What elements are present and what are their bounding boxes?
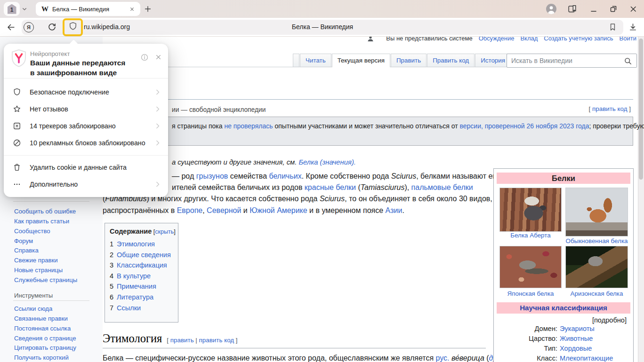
arizona-squirrel-image[interactable] — [565, 246, 628, 288]
talk-link[interactable]: Обсуждение — [479, 37, 515, 42]
tab-read[interactable]: Читать — [300, 54, 331, 67]
tab-counter-button[interactable]: 1 — [4, 2, 20, 16]
toc-link-etymology[interactable]: Этимология — [117, 240, 155, 248]
inline-link[interactable]: Европе — [177, 206, 203, 214]
ads-blocked-item[interactable]: 10 рекламных блоков заблокировано — [4, 134, 168, 151]
url-text[interactable]: ru.wikipedia.org — [84, 23, 130, 31]
create-account-link[interactable]: Создать учётную запись — [544, 37, 613, 42]
more-options-item[interactable]: Дополнительно — [4, 176, 168, 193]
trackers-blocked-item[interactable]: 14 трекеров заблокировано — [4, 118, 168, 134]
toc-hide-link[interactable]: скрыть — [155, 228, 174, 235]
reviews-item[interactable]: Нет отзывов — [4, 101, 168, 118]
caption-arizona[interactable]: Аризонская белка — [565, 290, 628, 297]
sidebar-forum[interactable]: Форум — [14, 237, 33, 244]
red-squirrel-image[interactable] — [565, 188, 628, 236]
toc-link-links[interactable]: Ссылки — [117, 304, 141, 312]
caption-abert[interactable]: Белка Аберта — [499, 232, 562, 239]
tab-history[interactable]: История — [475, 54, 511, 67]
sidebar-community[interactable]: Сообщество — [14, 228, 50, 235]
side-panel-icon[interactable] — [567, 4, 577, 14]
close-window-button[interactable] — [628, 4, 638, 14]
taxo-value-link[interactable]: Млекопитающие — [560, 354, 613, 362]
toc-link-classification[interactable]: Классификация — [117, 261, 167, 269]
taxobox: Белки Белка Аберта Обыкновенная белка Яп… — [493, 168, 634, 362]
login-link[interactable]: Войти — [620, 37, 636, 42]
search-icon[interactable] — [623, 56, 633, 66]
inline-link[interactable]: Азии — [386, 206, 402, 214]
page-scrollbar[interactable] — [638, 37, 644, 362]
tab-close-icon[interactable] — [129, 6, 136, 13]
sidebar-special-pages[interactable]: Служебные страницы — [14, 276, 77, 283]
sidebar-cite-page[interactable]: Цитировать страницу — [14, 344, 76, 351]
scrollbar-thumb[interactable] — [639, 39, 643, 180]
popup-close-icon[interactable] — [154, 53, 162, 63]
tab-strip: 1 W Белка — Википедия — [0, 0, 644, 18]
delete-cookies-item[interactable]: Удалить cookie и данные сайта — [4, 159, 168, 176]
caption-japanese[interactable]: Японская белка — [499, 290, 562, 297]
sidebar-how-to-edit[interactable]: Как править статьи — [14, 218, 69, 225]
sidebar-permanent-link[interactable]: Постоянная ссылка — [14, 325, 71, 332]
inline-link[interactable]: красные белки — [305, 183, 356, 191]
taxo-value-link[interactable]: Животные — [560, 335, 593, 342]
inline-link[interactable]: версии, проверенной 26 ноября 2023 года — [459, 122, 589, 130]
sidebar-help[interactable]: Справка — [14, 247, 39, 254]
inline-link[interactable]: грызунов — [196, 172, 228, 180]
browser-window: 1 W Белка — Википедия — [0, 0, 644, 362]
abert-squirrel-image[interactable] — [499, 188, 562, 232]
toc-link-culture[interactable]: В культуре — [117, 272, 151, 280]
japanese-squirrel-image[interactable] — [499, 246, 562, 288]
tab-edit-source[interactable]: Править код — [427, 54, 475, 67]
tab-edit[interactable]: Править — [391, 54, 427, 67]
tab-list-chevron-icon[interactable] — [21, 5, 28, 13]
toc-link-literature[interactable]: Литература — [117, 293, 153, 301]
tab-current-version[interactable]: Текущая версия — [332, 54, 390, 67]
sidebar-report-error[interactable]: Сообщить об ошибке — [14, 208, 76, 215]
site-subtitle: ии — свободной энциклопедии — [172, 106, 266, 113]
toc-item: 1Этимология — [110, 239, 174, 250]
classification-header[interactable]: Научная классификация — [497, 302, 630, 314]
download-icon[interactable] — [628, 22, 638, 32]
address-bar[interactable]: ru.wikipedia.org Белка — Википедия — [22, 20, 623, 35]
details-link[interactable]: [подробно] — [592, 316, 627, 324]
info-icon[interactable] — [140, 53, 149, 63]
sidebar-what-links-here[interactable]: Ссылки сюда — [14, 305, 52, 312]
inline-link[interactable]: Южной Америке — [250, 206, 307, 214]
sidebar-short-url[interactable]: Получить короткий — [14, 354, 69, 361]
taxo-value-link[interactable]: Хордовые — [560, 345, 592, 352]
inline-link[interactable]: пальмовые белки — [411, 183, 473, 191]
sidebar-related-changes[interactable]: Связанные правки — [14, 315, 68, 322]
browser-tab[interactable]: W Белка — Википедия — [36, 2, 140, 16]
contributions-link[interactable]: Вклад — [520, 37, 538, 42]
refresh-icon[interactable] — [47, 22, 57, 32]
edit-source-link[interactable]: править код — [199, 337, 234, 344]
inline-link[interactable]: Северной — [207, 206, 241, 214]
caption-red-squirrel[interactable]: Обыкновенная белка — [565, 237, 628, 244]
secure-connection-item[interactable]: Безопасное подключение — [4, 84, 168, 101]
edit-link[interactable]: править — [170, 337, 194, 344]
shield-icon[interactable] — [68, 21, 78, 33]
sidebar-new-pages[interactable]: Новые страницы — [14, 267, 63, 274]
profile-avatar[interactable] — [546, 4, 556, 14]
wiki-search-box[interactable] — [507, 54, 637, 68]
inline-text: а существуют и другие значения, см. — [172, 158, 298, 166]
search-input[interactable] — [507, 54, 636, 67]
minimize-button[interactable] — [588, 4, 599, 14]
inline-link[interactable]: рус. — [436, 354, 450, 362]
edit-code-link[interactable]: править код — [592, 105, 628, 112]
new-tab-button[interactable] — [143, 4, 153, 14]
inline-link[interactable]: Белка (значения). — [298, 158, 355, 166]
toc-link-general[interactable]: Общие сведения — [117, 251, 171, 259]
toc-link-notes[interactable]: Примечания — [117, 283, 156, 290]
sidebar-recent-changes[interactable]: Свежие правки — [14, 257, 58, 264]
popup-brand: Нейропротект — [30, 50, 70, 57]
sidebar-page-info[interactable]: Сведения о странице — [14, 335, 76, 342]
yandex-services-icon[interactable]: Я — [24, 22, 34, 32]
toc-item: 4В культуре — [110, 271, 174, 282]
inline-link[interactable]: не проверялась — [224, 122, 273, 130]
maximize-button[interactable] — [608, 4, 619, 14]
taxo-value-link[interactable]: Эукариоты — [560, 325, 595, 332]
bookmark-icon[interactable] — [608, 22, 618, 32]
taxo-label: Домен: — [494, 325, 560, 332]
back-button[interactable] — [6, 22, 16, 32]
inline-link[interactable]: беличьих — [269, 172, 301, 180]
